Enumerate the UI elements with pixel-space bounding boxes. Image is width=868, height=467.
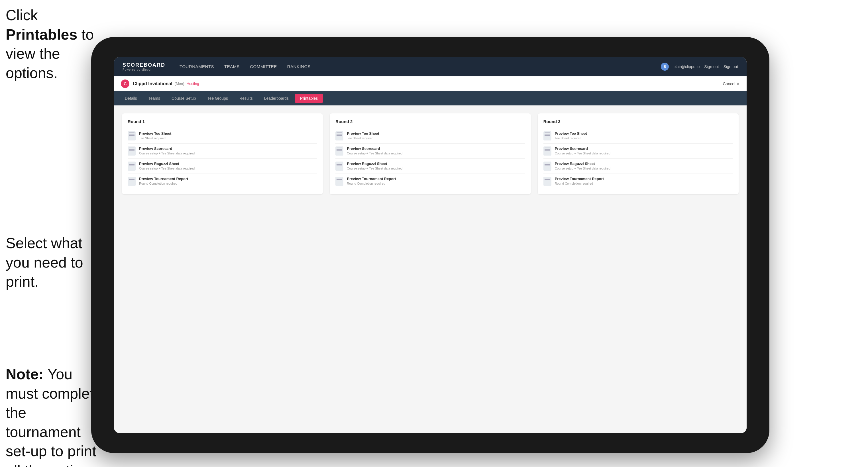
r2-tee-sheet-title: Preview Tee Sheet [347, 131, 379, 136]
tablet-screen: SCOREBOARD Powered by clippd TOURNAMENTS… [114, 57, 747, 433]
r3-tournament-report-sub: Round Completion required [555, 182, 604, 185]
logo-sub: Powered by clippd [123, 68, 165, 71]
sign-out-link[interactable]: Sign out [704, 64, 719, 69]
r3-tee-sheet-icon [544, 131, 551, 141]
sign-out-text[interactable]: Sign out [723, 64, 738, 69]
r3-scorecard-icon [544, 147, 551, 156]
annotation-top: Click Printables to view the options. [6, 6, 97, 83]
round-3-raguzzi[interactable]: Preview Raguzzi Sheet Course setup + Tee… [544, 159, 733, 174]
round-3-tournament-report[interactable]: Preview Tournament Report Round Completi… [544, 174, 733, 189]
tab-results[interactable]: Results [234, 94, 258, 103]
scorecard-text: Preview Scorecard Course setup + Tee She… [139, 147, 195, 155]
round-2-tournament-report[interactable]: Preview Tournament Report Round Completi… [335, 174, 525, 189]
r3-tee-sheet-text: Preview Tee Sheet Tee Sheet required [555, 131, 587, 140]
tab-details[interactable]: Details [120, 94, 142, 103]
r3-scorecard-sub: Course setup + Tee Sheet data required [555, 152, 610, 155]
round-1-title: Round 1 [128, 119, 317, 124]
tournament-bar: C Clippd Invitational (Men) Hosting Canc… [114, 76, 747, 91]
r2-tee-sheet-sub: Tee Sheet required [347, 136, 379, 140]
r2-tournament-report-sub: Round Completion required [347, 182, 396, 185]
tournament-status: Hosting [187, 82, 199, 86]
raguzzi-sub: Course setup + Tee Sheet data required [139, 167, 195, 170]
r3-tee-sheet-sub: Tee Sheet required [555, 136, 587, 140]
user-email: blair@clippd.io [673, 64, 700, 69]
r2-raguzzi-icon [335, 161, 343, 171]
tablet-device: SCOREBOARD Powered by clippd TOURNAMENTS… [91, 37, 769, 453]
r3-raguzzi-sub: Course setup + Tee Sheet data required [555, 167, 610, 170]
round-1-scorecard[interactable]: Preview Scorecard Course setup + Tee She… [128, 144, 317, 159]
nav-right: B blair@clippd.io Sign out Sign out [661, 63, 738, 71]
r2-scorecard-title: Preview Scorecard [347, 147, 402, 151]
round-2-raguzzi[interactable]: Preview Raguzzi Sheet Course setup + Tee… [335, 159, 525, 174]
r3-scorecard-text: Preview Scorecard Course setup + Tee She… [555, 147, 610, 155]
tournament-logo: C [121, 80, 129, 88]
raguzzi-title: Preview Raguzzi Sheet [139, 161, 195, 166]
annotation-bold-printables: Printables [6, 26, 77, 43]
round-1-raguzzi[interactable]: Preview Raguzzi Sheet Course setup + Tee… [128, 159, 317, 174]
tournament-report-title: Preview Tournament Report [139, 177, 188, 181]
round-1-column: Round 1 Preview Tee Sheet Tee Sheet requ… [122, 114, 323, 194]
r2-tournament-report-text: Preview Tournament Report Round Completi… [347, 177, 396, 185]
round-3-column: Round 3 Preview Tee Sheet Tee Sheet requ… [538, 114, 739, 194]
round-1-tee-sheet[interactable]: Preview Tee Sheet Tee Sheet required [128, 128, 317, 144]
annotation-note-bold: Note: [6, 366, 43, 382]
round-3-scorecard[interactable]: Preview Scorecard Course setup + Tee She… [544, 144, 733, 159]
r2-raguzzi-title: Preview Raguzzi Sheet [347, 161, 402, 166]
tournament-badge: (Men) [175, 82, 184, 86]
r2-tournament-report-icon [335, 177, 343, 186]
nav-items: TOURNAMENTS TEAMS COMMITTEE RANKINGS [180, 63, 661, 71]
top-navigation: SCOREBOARD Powered by clippd TOURNAMENTS… [114, 57, 747, 76]
round-3-title: Round 3 [544, 119, 733, 124]
r3-raguzzi-title: Preview Raguzzi Sheet [555, 161, 610, 166]
r2-raguzzi-text: Preview Raguzzi Sheet Course setup + Tee… [347, 161, 402, 170]
tee-sheet-sub: Tee Sheet required [139, 136, 171, 140]
r3-raguzzi-text: Preview Raguzzi Sheet Course setup + Tee… [555, 161, 610, 170]
round-3-tee-sheet[interactable]: Preview Tee Sheet Tee Sheet required [544, 128, 733, 144]
main-content: Round 1 Preview Tee Sheet Tee Sheet requ… [114, 105, 747, 433]
logo-area: SCOREBOARD Powered by clippd [123, 62, 165, 71]
nav-item-teams[interactable]: TEAMS [224, 63, 240, 71]
nav-item-rankings[interactable]: RANKINGS [287, 63, 311, 71]
r2-scorecard-text: Preview Scorecard Course setup + Tee She… [347, 147, 402, 155]
logo-title: SCOREBOARD [123, 62, 165, 68]
tournament-report-icon [128, 177, 136, 186]
round-2-title: Round 2 [335, 119, 525, 124]
r2-raguzzi-sub: Course setup + Tee Sheet data required [347, 167, 402, 170]
round-2-tee-sheet[interactable]: Preview Tee Sheet Tee Sheet required [335, 128, 525, 144]
round-2-scorecard[interactable]: Preview Scorecard Course setup + Tee She… [335, 144, 525, 159]
r2-tee-sheet-icon [335, 131, 343, 141]
r3-tournament-report-icon [544, 177, 551, 186]
r2-tournament-report-title: Preview Tournament Report [347, 177, 396, 181]
nav-item-tournaments[interactable]: TOURNAMENTS [180, 63, 214, 71]
annotation-middle: Select what you need to print. [6, 234, 97, 291]
tournament-report-sub: Round Completion required [139, 182, 188, 185]
nav-item-committee[interactable]: COMMITTEE [250, 63, 277, 71]
scorecard-title: Preview Scorecard [139, 147, 195, 151]
round-1-tournament-report[interactable]: Preview Tournament Report Round Completi… [128, 174, 317, 189]
r2-scorecard-sub: Course setup + Tee Sheet data required [347, 152, 402, 155]
scorecard-icon [128, 147, 136, 156]
tournament-report-text: Preview Tournament Report Round Completi… [139, 177, 188, 185]
r3-tournament-report-text: Preview Tournament Report Round Completi… [555, 177, 604, 185]
user-avatar: B [661, 63, 669, 71]
tab-course-setup[interactable]: Course Setup [166, 94, 201, 103]
tab-printables[interactable]: Printables [295, 94, 323, 103]
tee-sheet-icon [128, 131, 136, 141]
r3-scorecard-title: Preview Scorecard [555, 147, 610, 151]
r3-tournament-report-title: Preview Tournament Report [555, 177, 604, 181]
rounds-grid: Round 1 Preview Tee Sheet Tee Sheet requ… [122, 114, 739, 194]
r2-scorecard-icon [335, 147, 343, 156]
r3-tee-sheet-title: Preview Tee Sheet [555, 131, 587, 136]
round-2-column: Round 2 Preview Tee Sheet Tee Sheet requ… [330, 114, 531, 194]
scorecard-sub: Course setup + Tee Sheet data required [139, 152, 195, 155]
annotation-bottom: Note: You must complete the tournament s… [6, 365, 102, 467]
tab-tee-groups[interactable]: Tee Groups [202, 94, 233, 103]
r2-tee-sheet-text: Preview Tee Sheet Tee Sheet required [347, 131, 379, 140]
tab-leaderboards[interactable]: Leaderboards [259, 94, 294, 103]
tee-sheet-text: Preview Tee Sheet Tee Sheet required [139, 131, 171, 140]
cancel-button[interactable]: Cancel ✕ [723, 82, 740, 86]
tournament-name: Clippd Invitational [133, 81, 173, 86]
raguzzi-text: Preview Raguzzi Sheet Course setup + Tee… [139, 161, 195, 170]
tab-bar: Details Teams Course Setup Tee Groups Re… [114, 91, 747, 105]
tab-teams[interactable]: Teams [143, 94, 165, 103]
